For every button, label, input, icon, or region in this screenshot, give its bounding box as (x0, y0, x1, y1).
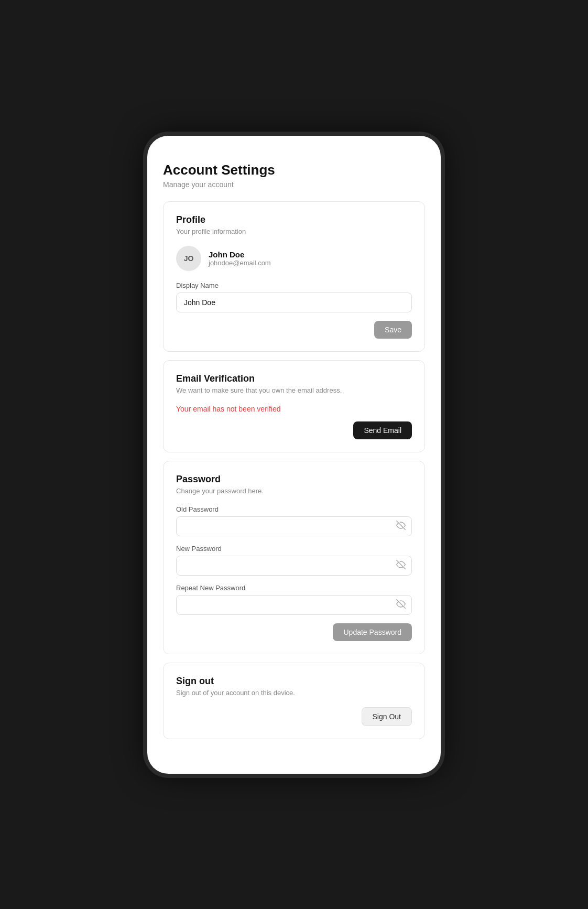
new-password-wrapper (176, 556, 412, 576)
old-password-input[interactable] (176, 516, 412, 536)
sign-out-button[interactable]: Sign Out (362, 707, 412, 726)
signout-btn-row: Sign Out (176, 707, 412, 726)
password-card-title: Password (176, 474, 412, 485)
verification-status: Your email has not been verified (176, 405, 412, 413)
update-password-button[interactable]: Update Password (333, 623, 412, 641)
repeat-password-eye-icon[interactable] (396, 599, 406, 611)
profile-card-title: Profile (176, 214, 412, 225)
avatar: JO (176, 246, 201, 271)
send-email-button[interactable]: Send Email (353, 421, 412, 439)
display-name-wrapper (176, 293, 412, 312)
page-subtitle: Manage your account (163, 180, 425, 189)
profile-card: Profile Your profile information JO John… (163, 201, 425, 352)
profile-row: JO John Doe johndoe@email.com (176, 246, 412, 271)
email-verification-description: We want to make sure that you own the em… (176, 386, 412, 394)
signout-description: Sign out of your account on this device. (176, 689, 412, 697)
new-password-eye-icon[interactable] (396, 560, 406, 571)
password-card-description: Change your password here. (176, 487, 412, 495)
old-password-wrapper (176, 516, 412, 536)
profile-email: johndoe@email.com (209, 259, 271, 267)
signout-card: Sign out Sign out of your account on thi… (163, 663, 425, 739)
profile-name: John Doe (209, 250, 271, 259)
display-name-label: Display Name (176, 282, 412, 289)
repeat-password-wrapper (176, 595, 412, 615)
email-verification-title: Email Verification (176, 373, 412, 384)
old-password-label: Old Password (176, 505, 412, 513)
page-title: Account Settings (163, 162, 425, 178)
email-verification-card: Email Verification We want to make sure … (163, 360, 425, 452)
save-button[interactable]: Save (374, 321, 412, 339)
new-password-input[interactable] (176, 556, 412, 576)
new-password-label: New Password (176, 545, 412, 553)
profile-info: John Doe johndoe@email.com (209, 250, 271, 267)
repeat-password-input[interactable] (176, 595, 412, 615)
repeat-password-label: Repeat New Password (176, 584, 412, 592)
password-card: Password Change your password here. Old … (163, 461, 425, 654)
profile-card-description: Your profile information (176, 228, 412, 235)
email-btn-row: Send Email (176, 421, 412, 439)
phone-container: Account Settings Manage your account Pro… (147, 136, 441, 774)
password-btn-row: Update Password (176, 623, 412, 641)
profile-btn-row: Save (176, 321, 412, 339)
old-password-eye-icon[interactable] (396, 521, 406, 532)
signout-title: Sign out (176, 676, 412, 687)
display-name-input[interactable] (176, 293, 412, 312)
